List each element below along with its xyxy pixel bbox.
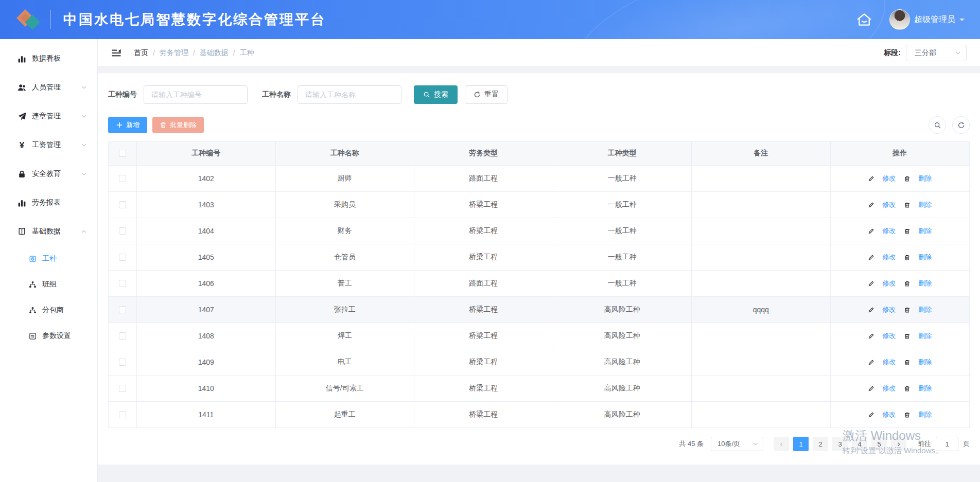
sidebar-item[interactable]: ¥工资管理 — [0, 131, 97, 159]
row-checkbox[interactable] — [119, 385, 126, 392]
delete-link[interactable]: 删除 — [904, 253, 932, 262]
user-avatar[interactable] — [889, 9, 910, 30]
row-checkbox[interactable] — [119, 359, 126, 366]
section-select[interactable]: 三分部 — [906, 45, 967, 61]
breadcrumb-item[interactable]: 工种 — [240, 48, 254, 58]
sidebar-menu: 数据看板人员管理违章管理¥工资管理安全教育劳务报表基础数据工种班组分包商参数设置 — [0, 39, 98, 482]
breadcrumb-item[interactable]: 首页 — [134, 48, 148, 58]
user-menu-caret-icon[interactable] — [959, 19, 965, 24]
sidebar-item[interactable]: 违章管理 — [0, 102, 97, 131]
cell-code: 1404 — [137, 218, 276, 244]
cell-work-type: 一般工种 — [553, 244, 692, 270]
sidebar-subitem[interactable]: 班组 — [0, 272, 97, 297]
page-number-button[interactable]: 2 — [813, 437, 828, 451]
row-checkbox[interactable] — [119, 280, 126, 287]
row-checkbox[interactable] — [119, 411, 126, 418]
edit-icon — [868, 254, 874, 261]
edit-link[interactable]: 修改 — [868, 410, 896, 419]
book-icon — [18, 227, 26, 236]
delete-link[interactable]: 删除 — [904, 358, 932, 367]
cell-labor-type: 桥梁工程 — [414, 192, 553, 218]
row-checkbox[interactable] — [119, 201, 126, 208]
next-page-button[interactable]: › — [891, 437, 906, 451]
header-actions: 超级管理员 — [856, 9, 965, 30]
edit-link[interactable]: 修改 — [868, 305, 896, 314]
search-form: 工种编号 工种名称 搜索 — [108, 85, 970, 104]
select-all-checkbox[interactable] — [119, 150, 126, 157]
page-size-select[interactable]: 10条/页 — [711, 437, 763, 451]
delete-link[interactable]: 删除 — [904, 384, 932, 393]
add-button[interactable]: 新增 — [108, 117, 147, 133]
row-checkbox-cell — [109, 402, 137, 427]
cell-work-type: 高风险工种 — [553, 402, 692, 427]
edit-link[interactable]: 修改 — [868, 253, 896, 262]
sidebar-item[interactable]: 数据看板 — [0, 44, 97, 73]
goto-page-input[interactable] — [936, 437, 958, 451]
table-row: 1405仓管员桥梁工程一般工种修改删除 — [109, 244, 969, 271]
table-refresh-button[interactable] — [952, 116, 970, 134]
breadcrumb-item[interactable]: 劳务管理 — [160, 48, 188, 58]
sidebar-item[interactable]: 安全教育 — [0, 159, 97, 188]
cell-work-type: 一般工种 — [553, 218, 692, 244]
current-user-name[interactable]: 超级管理员 — [914, 14, 955, 25]
edit-link[interactable]: 修改 — [868, 174, 896, 183]
collapse-menu-icon[interactable] — [111, 48, 121, 58]
table-search-toggle-button[interactable] — [929, 116, 946, 134]
code-input[interactable] — [144, 85, 248, 104]
delete-link[interactable]: 删除 — [904, 410, 932, 419]
row-checkbox-cell — [109, 349, 137, 375]
top-header-bar: 中国水电七局智慧数字化综合管理平台 超级管理员 — [0, 0, 980, 39]
batch-delete-button[interactable]: 批量删除 — [152, 117, 204, 133]
sidebar-subitem-label: 工种 — [42, 254, 87, 263]
edit-icon — [868, 359, 874, 366]
sidebar-subitem[interactable]: 分包商 — [0, 297, 97, 323]
table-row: 1409电工桥梁工程高风险工种修改删除 — [109, 349, 969, 376]
cell-remark — [692, 323, 831, 349]
company-logo — [15, 7, 42, 32]
name-input[interactable] — [297, 85, 401, 104]
cell-name: 采购员 — [276, 192, 415, 218]
trash-icon — [904, 412, 911, 418]
row-checkbox[interactable] — [119, 306, 126, 313]
edit-link[interactable]: 修改 — [868, 200, 896, 209]
chevron-down-icon — [955, 50, 961, 56]
edit-link[interactable]: 修改 — [868, 226, 896, 236]
page-number-button[interactable]: 3 — [832, 437, 848, 451]
edit-link[interactable]: 修改 — [868, 331, 896, 341]
edit-link[interactable]: 修改 — [868, 384, 896, 393]
delete-link[interactable]: 删除 — [904, 305, 932, 314]
delete-link[interactable]: 删除 — [904, 279, 932, 288]
delete-link[interactable]: 删除 — [904, 226, 932, 236]
delete-link[interactable]: 删除 — [904, 200, 932, 209]
delete-link[interactable]: 删除 — [904, 331, 932, 341]
prev-page-button[interactable]: ‹ — [774, 437, 789, 451]
cell-operations: 修改删除 — [831, 192, 970, 218]
sidebar-subitem[interactable]: 工种 — [0, 246, 97, 272]
search-icon — [934, 121, 941, 129]
edit-link[interactable]: 修改 — [868, 279, 896, 288]
row-checkbox-cell — [109, 192, 137, 218]
row-checkbox[interactable] — [119, 175, 126, 182]
delete-link[interactable]: 删除 — [904, 174, 932, 183]
sidebar-item[interactable]: 人员管理 — [0, 73, 97, 102]
sidebar-item[interactable]: 劳务报表 — [0, 188, 97, 217]
edit-link[interactable]: 修改 — [868, 358, 896, 367]
sidebar-subitem-label: 班组 — [42, 280, 87, 289]
row-checkbox[interactable] — [119, 332, 126, 340]
refresh-icon — [957, 121, 965, 129]
sidebar-subitem[interactable]: 参数设置 — [0, 323, 97, 349]
page-number-button[interactable]: 1 — [793, 437, 809, 451]
cell-name: 电工 — [276, 349, 415, 375]
cell-code: 1411 — [137, 402, 276, 427]
breadcrumb-item[interactable]: 基础数据 — [200, 48, 229, 58]
sidebar-item[interactable]: 基础数据 — [0, 217, 97, 246]
page-number-button[interactable]: 5 — [871, 437, 887, 451]
row-checkbox[interactable] — [119, 227, 126, 235]
search-button[interactable]: 搜索 — [414, 85, 458, 104]
home-icon[interactable] — [856, 12, 872, 27]
cell-work-type: 高风险工种 — [553, 323, 692, 349]
row-checkbox[interactable] — [119, 254, 126, 261]
reset-button[interactable]: 重置 — [465, 85, 507, 104]
edit-icon — [868, 202, 874, 208]
page-number-button[interactable]: 4 — [852, 437, 867, 451]
